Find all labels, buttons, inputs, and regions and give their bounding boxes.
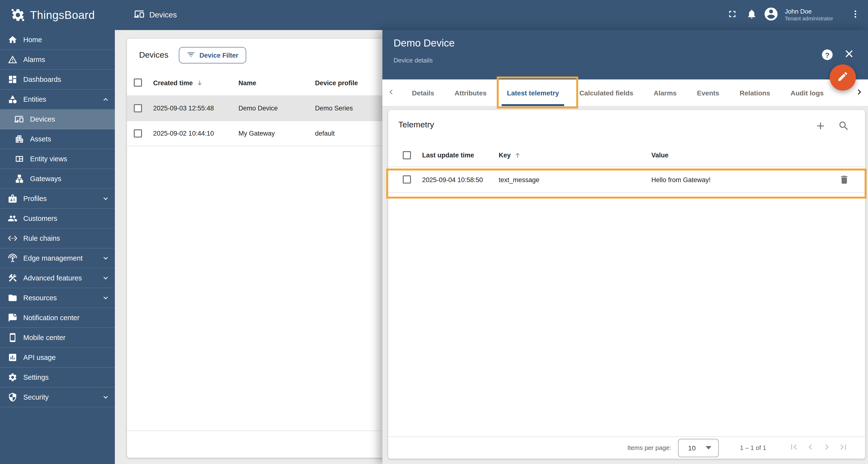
user-menu-button[interactable] — [762, 5, 781, 25]
telemetry-row-text-message[interactable]: 2025-09-04 10:58:50 text_message Hello f… — [388, 167, 865, 193]
tab-details[interactable]: Details — [402, 79, 444, 106]
tab-relations[interactable]: Relations — [730, 79, 780, 106]
devices-card-header: Devices Device Filter — [127, 45, 246, 65]
user-role: Tenant administrator — [785, 16, 833, 23]
smartphone-icon — [8, 333, 18, 342]
gear-icon — [8, 372, 18, 382]
chevron-down-icon — [101, 294, 110, 302]
row-checkbox[interactable] — [134, 104, 142, 112]
column-header-last-update-time[interactable]: Last update time — [422, 144, 474, 167]
help-button[interactable]: ? — [822, 49, 833, 60]
add-telemetry-button[interactable] — [815, 120, 826, 132]
device-filter-button[interactable]: Device Filter — [179, 47, 246, 63]
user-info[interactable]: John Doe Tenant administrator — [785, 8, 833, 22]
chevron-down-icon — [101, 194, 110, 203]
sidebar-item-home[interactable]: Home — [0, 30, 115, 50]
sidebar-item-security[interactable]: Security — [0, 388, 115, 407]
page-size-select[interactable]: 10 — [678, 438, 719, 457]
search-telemetry-button[interactable] — [838, 120, 849, 132]
first-page-button[interactable] — [785, 439, 802, 456]
filter-icon — [187, 50, 195, 60]
notifications-button[interactable] — [742, 5, 762, 25]
tabs-list: Details Attributes Latest telemetry Calc… — [402, 79, 863, 106]
more-vert-icon — [850, 9, 860, 21]
sidebar-item-settings[interactable]: Settings — [0, 368, 115, 388]
gateways-icon — [14, 174, 24, 184]
tab-alarms[interactable]: Alarms — [643, 79, 687, 106]
sidebar-item-mobile-center[interactable]: Mobile center — [0, 328, 115, 348]
next-page-button[interactable] — [818, 439, 835, 456]
sidebar-item-entity-views[interactable]: Entity views — [0, 149, 115, 169]
sidebar-item-advanced-features[interactable]: Advanced features — [0, 268, 115, 288]
chevron-down-icon — [101, 254, 110, 263]
sidebar-item-edge-management[interactable]: Edge management — [0, 248, 115, 268]
fullscreen-button[interactable] — [723, 5, 742, 25]
column-header-name[interactable]: Name — [239, 70, 256, 95]
sidebar-item-gateways[interactable]: Gateways — [0, 169, 115, 189]
prev-page-button[interactable] — [802, 439, 818, 456]
latest-telemetry-panel: Telemetry Last update time Key — [382, 106, 868, 464]
help-icon: ? — [825, 51, 830, 59]
select-all-checkbox[interactable] — [134, 78, 142, 87]
pencil-icon — [837, 71, 848, 84]
sidebar-item-profiles[interactable]: Profiles — [0, 189, 115, 209]
tab-calculated-fields[interactable]: Calculated fields — [569, 79, 644, 106]
more-menu-button[interactable] — [846, 5, 865, 25]
column-header-created-time[interactable]: Created time — [153, 70, 204, 95]
chevron-up-icon — [101, 95, 110, 104]
tabs-scroll-left-button[interactable] — [384, 79, 398, 106]
tab-attributes[interactable]: Attributes — [444, 79, 497, 106]
row-checkbox[interactable] — [403, 175, 411, 184]
sidebar-item-rule-chains[interactable]: Rule chains — [0, 229, 115, 248]
drawer-header: Demo Device Device details ? — [382, 30, 868, 79]
sidebar-item-assets[interactable]: Assets — [0, 129, 115, 149]
sort-asc-icon — [514, 152, 522, 159]
edit-fab-button[interactable] — [830, 64, 856, 91]
column-header-value[interactable]: Value — [651, 144, 669, 167]
device-details-drawer: Demo Device Device details ? Details Att… — [382, 30, 868, 464]
sidebar-item-entities[interactable]: Entities — [0, 90, 115, 109]
column-header-key[interactable]: Key — [499, 144, 522, 167]
device-row-demo-device[interactable]: 2025-09-03 12:55:48 Demo Device Demo Ser… — [127, 96, 389, 121]
sidebar-item-customers[interactable]: Customers — [0, 209, 115, 229]
last-page-button[interactable] — [835, 439, 851, 456]
entity-views-icon — [14, 154, 24, 164]
sidebar-item-dashboards[interactable]: Dashboards — [0, 70, 115, 90]
search-icon — [838, 125, 849, 133]
warning-icon — [8, 55, 18, 64]
close-button[interactable] — [843, 49, 855, 61]
profiles-icon — [8, 194, 18, 203]
device-created-time: 2025-09-02 10:44:10 — [153, 121, 214, 146]
chevron-down-icon — [101, 393, 110, 401]
thingsboard-logo[interactable]: ThingsBoard — [11, 8, 95, 22]
sidebar-item-api-usage[interactable]: API usage — [0, 348, 115, 368]
telemetry-last-update-time: 2025-09-04 10:58:50 — [422, 167, 483, 192]
tab-latest-telemetry[interactable]: Latest telemetry — [497, 79, 569, 106]
row-checkbox[interactable] — [134, 129, 142, 137]
sidebar-item-resources[interactable]: Resources — [0, 288, 115, 308]
brand-text: ThingsBoard — [30, 8, 95, 22]
entities-icon — [8, 94, 18, 104]
drawer-title: Demo Device — [394, 37, 455, 49]
plus-icon — [815, 125, 826, 133]
thingsboard-logo-icon — [11, 8, 25, 22]
tab-events[interactable]: Events — [687, 79, 730, 106]
page-title: Devices — [134, 9, 177, 21]
chevron-left-icon — [386, 87, 396, 99]
tabs-scroll-right-button[interactable] — [852, 79, 866, 106]
sidebar-item-alarms[interactable]: Alarms — [0, 50, 115, 70]
select-all-checkbox[interactable] — [403, 151, 411, 159]
first-page-icon — [788, 442, 799, 454]
chevron-left-icon — [805, 442, 816, 454]
tab-audit-logs[interactable]: Audit logs — [780, 79, 834, 106]
close-icon — [844, 48, 855, 61]
sidebar-item-notification-center[interactable]: Notification center — [0, 308, 115, 328]
advanced-features-icon — [8, 273, 18, 283]
chevron-down-icon — [101, 274, 110, 283]
column-header-device-profile[interactable]: Device profile — [315, 70, 358, 95]
telemetry-key: text_message — [499, 167, 539, 192]
top-bar-actions: John Doe Tenant administrator — [723, 0, 868, 30]
sidebar-item-devices[interactable]: Devices — [0, 109, 115, 129]
delete-telemetry-button[interactable] — [839, 174, 849, 185]
device-row-my-gateway[interactable]: 2025-09-02 10:44:10 My Gateway default — [127, 121, 389, 146]
